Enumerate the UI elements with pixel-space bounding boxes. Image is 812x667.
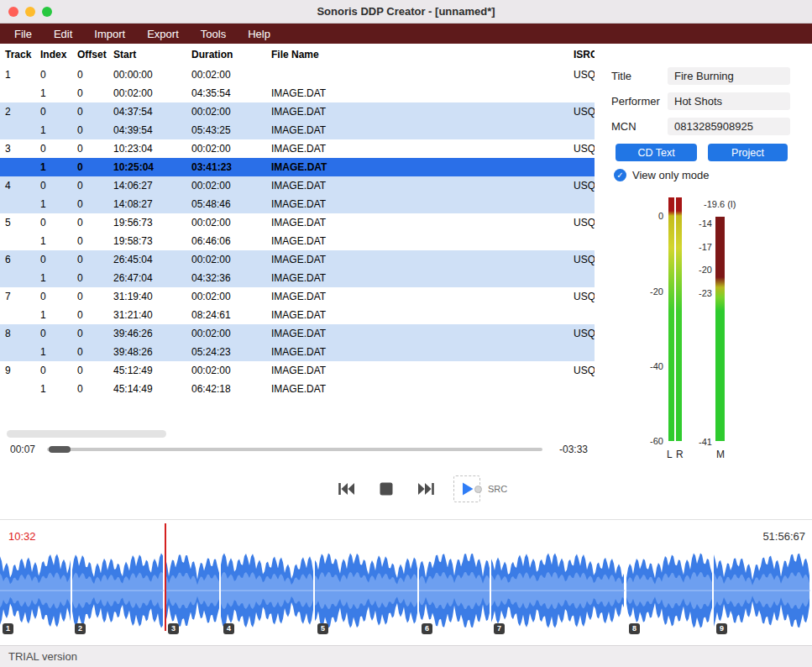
cell-index: 1 <box>35 87 72 99</box>
column-header-start[interactable]: Start <box>108 49 186 60</box>
cell-offset: 0 <box>72 346 108 358</box>
stop-button[interactable] <box>373 475 400 502</box>
menu-item-edit[interactable]: Edit <box>43 24 83 44</box>
title-input[interactable] <box>668 67 790 85</box>
meter-scale-label: -17 <box>653 242 712 252</box>
cell-index: 0 <box>35 254 72 265</box>
playback-slider-thumb[interactable] <box>49 446 71 453</box>
menu-item-tools[interactable]: Tools <box>190 24 237 44</box>
cell-index: 1 <box>35 235 72 247</box>
waveform-segment[interactable]: 8 <box>626 552 714 629</box>
menu-item-import[interactable]: Import <box>83 24 136 44</box>
waveform-segment[interactable]: 2 <box>72 552 165 629</box>
menu-item-file[interactable]: File <box>3 24 43 44</box>
column-header-offset[interactable]: Offset <box>72 49 108 60</box>
table-row[interactable]: 30010:23:0400:02:00IMAGE.DATUSQ <box>0 139 595 158</box>
cell-file: IMAGE.DAT <box>266 106 564 118</box>
column-header-isrc[interactable]: ISRC <box>564 49 595 60</box>
playback-slider[interactable] <box>47 448 542 451</box>
remaining-time: -03:33 <box>551 444 588 455</box>
track-badge: 6 <box>422 623 432 634</box>
column-header-track[interactable]: Track <box>0 49 35 60</box>
cell-start: 04:39:54 <box>108 124 186 136</box>
cell-duration: 00:02:00 <box>186 143 266 155</box>
track-badge: 9 <box>716 623 727 634</box>
cell-offset: 0 <box>72 365 108 376</box>
cell-index: 0 <box>35 106 72 118</box>
table-row[interactable]: 1045:14:4906:42:18IMAGE.DAT <box>0 380 595 398</box>
table-row[interactable]: 90045:12:4900:02:00IMAGE.DATUSQ <box>0 361 595 380</box>
meter-scale-label: -14 <box>653 218 712 228</box>
table-row[interactable]: 1019:58:7306:46:06IMAGE.DAT <box>0 232 595 250</box>
cell-offset: 0 <box>72 69 108 81</box>
table-row[interactable]: 80039:46:2600:02:00IMAGE.DATUSQ <box>0 324 595 343</box>
horizontal-scrollbar[interactable] <box>7 430 166 438</box>
mcn-label: MCN <box>611 118 637 135</box>
meter-bar-mono <box>715 217 725 441</box>
column-header-file-name[interactable]: File Name <box>266 49 564 60</box>
playhead-cursor[interactable] <box>165 523 166 631</box>
table-row[interactable]: 1026:47:0404:32:36IMAGE.DAT <box>0 269 595 287</box>
minimize-window-button[interactable] <box>25 7 35 17</box>
next-track-button[interactable] <box>413 475 440 502</box>
cell-offset: 0 <box>72 87 108 99</box>
cd-text-button[interactable]: CD Text <box>616 144 697 161</box>
zoom-window-button[interactable] <box>42 7 52 17</box>
table-row[interactable]: 70031:19:4000:02:00IMAGE.DATUSQ <box>0 287 595 306</box>
cell-track: 4 <box>0 180 35 192</box>
meter-scale-label: -41 <box>653 437 712 447</box>
meter-bar-right <box>676 197 682 441</box>
column-header-duration[interactable]: Duration <box>186 49 266 60</box>
waveform-overview: 10:32 51:56:67 123456789 <box>0 519 812 645</box>
cell-duration: 08:24:61 <box>186 309 266 321</box>
play-icon <box>457 479 477 499</box>
src-led-indicator[interactable] <box>474 486 482 493</box>
waveform-segment[interactable]: 7 <box>491 552 626 629</box>
cell-isrc: USQ <box>564 69 595 81</box>
track-badge: 4 <box>223 623 234 634</box>
cell-offset: 0 <box>72 272 108 284</box>
table-row[interactable]: 1031:21:4008:24:61IMAGE.DAT <box>0 306 595 324</box>
meter-scale-label: -23 <box>653 288 712 298</box>
table-row[interactable]: 20004:37:5400:02:00IMAGE.DATUSQ <box>0 102 595 121</box>
column-header-index[interactable]: Index <box>35 49 72 60</box>
close-window-button[interactable] <box>8 7 18 17</box>
table-row[interactable]: 1039:48:2605:24:23IMAGE.DAT <box>0 343 595 361</box>
menu-item-help[interactable]: Help <box>237 24 281 44</box>
table-row[interactable]: 1010:25:0403:41:23IMAGE.DAT <box>0 158 595 176</box>
cell-file: IMAGE.DAT <box>266 87 564 99</box>
waveform-graphic <box>72 552 164 629</box>
waveform-segment[interactable]: 3 <box>165 552 221 629</box>
table-row[interactable]: 40014:06:2700:02:00IMAGE.DATUSQ <box>0 176 595 195</box>
cell-track: 1 <box>0 69 35 81</box>
waveform-segment[interactable]: 4 <box>221 552 315 629</box>
waveform-segment[interactable]: 9 <box>714 552 812 629</box>
cell-duration: 00:02:00 <box>186 254 266 265</box>
table-row[interactable]: 60026:45:0400:02:00IMAGE.DATUSQ <box>0 250 595 269</box>
table-row[interactable]: 1004:39:5405:43:25IMAGE.DAT <box>0 121 595 139</box>
previous-track-button[interactable] <box>333 475 359 502</box>
total-time: 51:56:67 <box>762 530 805 543</box>
view-only-checkbox[interactable]: ✓ View only mode <box>614 169 710 181</box>
cell-start: 19:58:73 <box>108 235 186 247</box>
cell-isrc: USQ <box>564 106 595 118</box>
window-controls <box>8 7 52 17</box>
performer-input[interactable] <box>668 92 790 110</box>
cell-duration: 00:02:00 <box>186 180 266 192</box>
cell-offset: 0 <box>72 217 108 228</box>
menu-item-export[interactable]: Export <box>136 24 190 44</box>
cell-offset: 0 <box>72 106 108 118</box>
title-bar: Sonoris DDP Creator - [unnamed*] <box>0 0 812 24</box>
table-row[interactable]: 1000:02:0004:35:54IMAGE.DAT <box>0 84 595 102</box>
waveform-segment[interactable]: 5 <box>315 552 419 629</box>
table-row[interactable]: 50019:56:7300:02:00IMAGE.DATUSQ <box>0 213 595 232</box>
table-row[interactable]: 10000:00:0000:02:00USQ <box>0 66 595 84</box>
cell-duration: 00:02:00 <box>186 328 266 339</box>
cell-file: IMAGE.DAT <box>266 143 564 155</box>
waveform-segment[interactable]: 1 <box>0 552 72 629</box>
project-button[interactable]: Project <box>708 144 788 161</box>
waveform-segment[interactable]: 6 <box>419 552 491 629</box>
table-row[interactable]: 1014:08:2705:48:46IMAGE.DAT <box>0 195 595 213</box>
cell-isrc: USQ <box>564 217 595 228</box>
mcn-input[interactable] <box>668 118 790 135</box>
